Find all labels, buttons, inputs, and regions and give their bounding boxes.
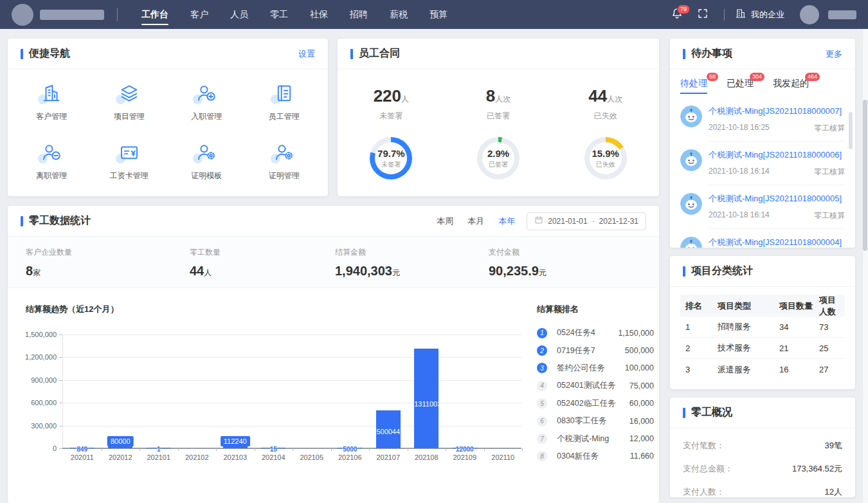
ranking-item[interactable]: 80304新任务11,660 — [537, 448, 654, 465]
todo-item[interactable]: 个税测试-Ming[JS20211018000005]2021-10-18 16… — [670, 185, 855, 229]
quick-nav-grid: 客户管理项目管理入职管理员工管理离职管理工资卡管理证明模板证明管理 — [8, 69, 328, 181]
bar-value-label: 12000 — [456, 446, 474, 453]
contract-stat-value: 8人次 — [445, 86, 552, 106]
table-cell: 73 — [819, 322, 840, 332]
table-header-项目类型: 项目类型 — [718, 300, 779, 312]
ranking-item[interactable]: 5052402临工任务60,000 — [537, 395, 654, 412]
todo-item-time: 2021-10-18 16:14 — [709, 210, 770, 221]
quick-nav-header: 便捷导航 设置 — [8, 39, 328, 69]
dashboard-page: 工作台客户人员零工社保招聘薪税预算 79 — [0, 0, 868, 503]
summary-value: 90,235.9元 — [489, 264, 547, 279]
app-logo — [12, 4, 33, 26]
nav-item-社保[interactable]: 社保 — [299, 0, 339, 29]
todo-item-title[interactable]: 个税测试-Ming[JS20211018000005] — [709, 193, 845, 205]
quick-nav-item-证明模板[interactable]: 证明模板 — [168, 142, 246, 181]
gig-overview-title: 零工概况 — [691, 406, 732, 419]
table-row[interactable]: 1招聘服务3473 — [680, 316, 845, 338]
contract-stat-unit: 人次 — [495, 95, 511, 104]
my-company-button[interactable]: 我的企业 — [735, 8, 784, 21]
nav-item-零工[interactable]: 零工 — [259, 0, 299, 29]
nav-item-招聘[interactable]: 招聘 — [339, 0, 379, 29]
donut-gauge: 2.9%已签署 — [477, 137, 520, 179]
y-axis-label: 300,000 — [12, 422, 57, 430]
window-scrollbar-thumb[interactable] — [863, 100, 867, 251]
x-axis-tick — [178, 448, 179, 451]
bar-value-label: 1311003 — [414, 400, 439, 408]
donut-gauge: 79.7%未签署 — [370, 137, 412, 179]
rank-task-value: 11,660 — [630, 452, 654, 461]
table-cell: 派遣服务 — [718, 364, 779, 376]
window-scrollbar-track[interactable] — [862, 29, 868, 503]
title-accent-bar — [21, 49, 23, 59]
cert-manage-icon — [273, 142, 295, 163]
gridline — [63, 380, 521, 381]
quick-nav-item-项目管理[interactable]: 项目管理 — [91, 82, 168, 122]
quick-nav-settings-link[interactable]: 设置 — [298, 48, 315, 60]
range-tab-本月[interactable]: 本月 — [467, 215, 484, 227]
rank-badge: 2 — [537, 345, 547, 356]
bar-value-label: 80000 — [107, 436, 134, 446]
nav-item-客户[interactable]: 客户 — [179, 0, 219, 29]
quick-nav-item-工资卡管理[interactable]: 工资卡管理 — [91, 142, 168, 181]
company-building-icon — [735, 8, 746, 21]
todo-item[interactable]: 个税测试-Ming[JS20211018000004] — [670, 229, 855, 248]
table-row[interactable]: 3派遣服务1627 — [680, 359, 845, 380]
ranking-item[interactable]: 10524任务41,150,000 — [537, 324, 654, 342]
summary-value: 1,940,303元 — [335, 264, 400, 279]
todo-item[interactable]: 个税测试-Ming[JS20211018000007]2021-10-18 16… — [670, 98, 855, 142]
user-avatar[interactable] — [800, 5, 819, 24]
nav-item-工作台[interactable]: 工作台 — [131, 0, 179, 29]
todo-item[interactable]: 个税测试-Ming[JS20211018000006]2021-10-18 16… — [670, 142, 855, 185]
summary-结算金额: 结算金额1,940,303元 — [335, 247, 400, 279]
notification-button[interactable]: 79 — [666, 4, 688, 26]
nav-divider — [117, 8, 118, 21]
project-table-body: 1招聘服务34732技术服务21253派遣服务1627 — [680, 316, 845, 380]
quick-nav-item-员工管理[interactable]: 员工管理 — [246, 82, 323, 122]
ranking-title: 结算额排名 — [537, 304, 654, 315]
summary-value: 44人 — [190, 264, 221, 279]
x-axis-tick — [140, 448, 140, 451]
todo-tab-已处理[interactable]: 已处理304 — [727, 69, 754, 98]
notification-count-badge: 79 — [677, 5, 690, 14]
nav-item-预算[interactable]: 预算 — [419, 0, 458, 29]
todo-more-link[interactable]: 更多 — [826, 48, 842, 60]
quick-nav-item-离职管理[interactable]: 离职管理 — [13, 142, 91, 181]
bar-202108[interactable]: 1311003 — [414, 349, 439, 448]
x-axis-tick — [331, 448, 332, 451]
todo-tab-badge: 304 — [750, 73, 764, 81]
range-tab-本周[interactable]: 本周 — [437, 215, 453, 227]
ranking-item[interactable]: 60830零工任务16,000 — [537, 412, 654, 430]
ranking-item[interactable]: 4052401测试任务75,000 — [537, 377, 654, 394]
table-cell: 技术服务 — [718, 342, 779, 354]
bar-202107[interactable]: 500044 — [376, 410, 401, 448]
todo-tab-待处理[interactable]: 待处理68 — [680, 69, 707, 98]
todo-scrollbar-thumb[interactable] — [849, 112, 853, 149]
y-axis-label: 600,000 — [12, 399, 57, 407]
x-axis-label: 202011 — [63, 453, 102, 461]
todo-item-title[interactable]: 个税测试-Ming[JS20211018000004] — [709, 237, 845, 248]
contract-stat-已签署: 8人次已签署 — [445, 86, 552, 122]
range-tab-本年[interactable]: 本年 — [498, 215, 515, 227]
gig-overview-card: 零工概况 支付笔数：39笔支付总金额：173,364.52元支付人数：12人 — [670, 398, 855, 497]
nav-item-薪税[interactable]: 薪税 — [379, 0, 419, 29]
nav-item-人员[interactable]: 人员 — [219, 0, 259, 29]
bar-value-label: 1 — [157, 446, 161, 453]
ranking-item[interactable]: 7个税测试-Ming12,000 — [537, 430, 654, 447]
todo-tab-我发起的[interactable]: 我发起的464 — [773, 69, 809, 98]
fullscreen-button[interactable] — [692, 4, 714, 26]
table-row[interactable]: 2技术服务2125 — [680, 338, 845, 359]
quick-nav-item-客户管理[interactable]: 客户管理 — [13, 82, 91, 122]
x-axis-label: 202012 — [101, 453, 140, 461]
todo-item-title[interactable]: 个税测试-Ming[JS20211018000006] — [709, 149, 845, 161]
contract-stat-label: 未签署 — [338, 111, 445, 122]
ranking-item[interactable]: 20719任务7500,000 — [537, 342, 654, 359]
bar-value-label: 112240 — [221, 436, 250, 446]
donut-percent: 2.9% — [487, 148, 509, 159]
rank-task-value: 75,000 — [629, 381, 654, 390]
date-range-picker[interactable]: 2021-01-01 - 2021-12-31 — [527, 212, 646, 230]
ranking-item[interactable]: 3签约公司任务100,000 — [537, 360, 654, 377]
quick-nav-item-证明管理[interactable]: 证明管理 — [246, 142, 323, 181]
table-cell: 21 — [779, 343, 819, 353]
quick-nav-item-入职管理[interactable]: 入职管理 — [168, 82, 246, 122]
todo-item-title[interactable]: 个税测试-Ming[JS20211018000007] — [709, 105, 845, 117]
